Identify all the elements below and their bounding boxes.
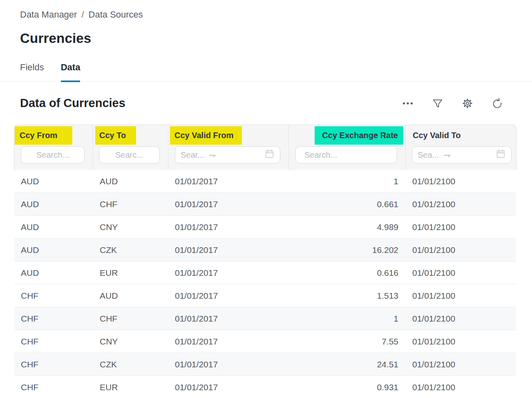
overflow-menu-button[interactable] xyxy=(402,98,414,109)
search-match-highlight: Ccy From xyxy=(15,126,72,145)
cell-ccy-from: AUD xyxy=(14,170,93,192)
cell-ccy-valid-to: 01/01/2100 xyxy=(406,284,516,307)
search-match-highlight: Ccy Valid From xyxy=(170,126,242,145)
search-input-ccy-from[interactable]: Search... xyxy=(21,146,85,163)
cell-ccy-to: AUD xyxy=(93,170,168,192)
table-row[interactable]: CHFCNY01/01/20177.5501/01/2100 xyxy=(14,330,516,353)
cell-ccy-valid-from: 01/01/2017 xyxy=(168,284,289,307)
column-header-ccy-to[interactable]: Ccy ToSearc... xyxy=(93,125,168,170)
search-input-ccy-to[interactable]: Searc... xyxy=(99,146,160,163)
search-match-highlight: Ccy To xyxy=(95,126,136,145)
cell-ccy-valid-from: 01/01/2017 xyxy=(168,239,289,261)
search-input-ccy-valid-from[interactable]: Sear...⇁ xyxy=(175,146,280,163)
cell-ccy-valid-from: 01/01/2017 xyxy=(168,170,289,192)
breadcrumb: Data Manager / Data Sources xyxy=(0,0,532,20)
cell-ccy-from: CHF xyxy=(14,330,93,353)
cell-ccy-from: CHF xyxy=(14,376,93,398)
table-row[interactable]: AUDCHF01/01/20170.66101/01/2100 xyxy=(14,193,516,216)
column-header-ccy-valid-from[interactable]: Ccy Valid FromSear...⇁ xyxy=(168,125,289,170)
cell-ccy-to: CNY xyxy=(93,216,168,238)
cell-ccy-valid-to: 01/01/2100 xyxy=(406,307,516,330)
cell-ccy-from: CHF xyxy=(14,307,93,330)
table-row[interactable]: CHFCHF01/01/2017101/01/2100 xyxy=(14,307,516,330)
cell-ccy-exchange-rate: 0.616 xyxy=(289,262,406,284)
search-placeholder: Sea... xyxy=(418,150,439,160)
cell-ccy-from: AUD xyxy=(14,239,93,261)
cell-ccy-to: AUD xyxy=(93,284,168,307)
cell-ccy-exchange-rate: 1 xyxy=(289,307,406,330)
cell-ccy-to: CZK xyxy=(93,353,168,376)
table-body: AUDAUD01/01/2017101/01/2100AUDCHF01/01/2… xyxy=(14,170,516,398)
range-arrow-icon: ⇁ xyxy=(443,151,451,159)
cell-ccy-exchange-rate: 0.661 xyxy=(289,193,406,215)
page-title: Currencies xyxy=(20,31,512,46)
cell-ccy-from: AUD xyxy=(14,216,93,238)
search-input-ccy-valid-to[interactable]: Sea...⇁ xyxy=(412,146,512,163)
cell-ccy-valid-from: 01/01/2017 xyxy=(168,262,289,284)
cell-ccy-valid-to: 01/01/2100 xyxy=(406,262,516,284)
filter-button[interactable] xyxy=(432,98,443,109)
search-input-ccy-exchange-rate[interactable]: Search... xyxy=(295,146,397,163)
column-header-ccy-from[interactable]: Ccy FromSearch... xyxy=(14,125,93,170)
table-row[interactable]: CHFAUD01/01/20171.51301/01/2100 xyxy=(14,284,516,307)
toolbar xyxy=(402,98,503,109)
refresh-button[interactable] xyxy=(492,98,503,109)
search-placeholder: Sear... xyxy=(181,150,204,160)
tabs-bar: Fields Data xyxy=(0,62,532,82)
cell-ccy-to: EUR xyxy=(93,376,168,398)
breadcrumb-separator: / xyxy=(81,9,84,20)
cell-ccy-to: CHF xyxy=(93,193,168,215)
range-arrow-icon: ⇁ xyxy=(209,151,216,159)
cell-ccy-to: CHF xyxy=(93,307,168,330)
table-row[interactable]: CHFEUR01/01/20170.93101/01/2100 xyxy=(14,376,516,398)
table-header-row: Ccy FromSearch...Ccy ToSearc...Ccy Valid… xyxy=(14,125,516,170)
data-grid: Ccy FromSearch...Ccy ToSearc...Ccy Valid… xyxy=(14,125,516,398)
cell-ccy-exchange-rate: 16.202 xyxy=(289,239,406,261)
section-title: Data of Currencies xyxy=(20,96,402,110)
cell-ccy-valid-to: 01/01/2100 xyxy=(406,330,516,353)
table-row[interactable]: AUDCZK01/01/201716.20201/01/2100 xyxy=(14,239,516,262)
cell-ccy-from: AUD xyxy=(14,193,93,215)
cell-ccy-exchange-rate: 1.513 xyxy=(289,284,406,307)
search-placeholder: Searc... xyxy=(115,150,143,160)
cell-ccy-valid-from: 01/01/2017 xyxy=(168,376,289,398)
calendar-icon[interactable] xyxy=(264,149,275,161)
filter-icon xyxy=(432,98,443,109)
table-row[interactable]: AUDCNY01/01/20174.98901/01/2100 xyxy=(14,216,516,239)
cell-ccy-valid-from: 01/01/2017 xyxy=(168,307,289,330)
calendar-icon[interactable] xyxy=(496,149,506,161)
cell-ccy-from: CHF xyxy=(14,353,93,376)
cell-ccy-to: CNY xyxy=(93,330,168,353)
table-row[interactable]: AUDEUR01/01/20170.61601/01/2100 xyxy=(14,262,516,284)
cell-ccy-valid-to: 01/01/2100 xyxy=(406,170,516,192)
breadcrumb-item-data-sources[interactable]: Data Sources xyxy=(89,9,143,20)
section-header: Data of Currencies xyxy=(20,96,503,110)
cell-ccy-valid-from: 01/01/2017 xyxy=(168,216,289,238)
cell-ccy-valid-from: 01/01/2017 xyxy=(168,353,289,376)
cell-ccy-valid-to: 01/01/2100 xyxy=(406,353,516,376)
tab-data[interactable]: Data xyxy=(61,62,80,81)
table-row[interactable]: CHFCZK01/01/201724.5101/01/2100 xyxy=(14,353,516,376)
search-placeholder: Search... xyxy=(36,150,69,160)
column-header-ccy-valid-to[interactable]: Ccy Valid ToSea...⇁ xyxy=(406,125,516,170)
cell-ccy-from: CHF xyxy=(14,284,93,307)
cell-ccy-exchange-rate: 0.931 xyxy=(289,376,406,398)
breadcrumb-item-data-manager[interactable]: Data Manager xyxy=(20,9,77,20)
cell-ccy-valid-to: 01/01/2100 xyxy=(406,216,516,238)
cell-ccy-to: CZK xyxy=(93,239,168,261)
search-match-highlight: Ccy Exchange Rate xyxy=(315,126,403,145)
table-row[interactable]: AUDAUD01/01/2017101/01/2100 xyxy=(14,170,516,193)
refresh-icon xyxy=(492,98,503,109)
cell-ccy-from: AUD xyxy=(14,262,93,284)
cell-ccy-exchange-rate: 4.989 xyxy=(289,216,406,238)
column-label: Ccy Valid To xyxy=(413,131,460,140)
cell-ccy-exchange-rate: 7.55 xyxy=(289,330,406,353)
cell-ccy-valid-to: 01/01/2100 xyxy=(406,239,516,261)
search-placeholder: Search... xyxy=(304,150,337,160)
column-header-ccy-exchange-rate[interactable]: Ccy Exchange RateSearch... xyxy=(289,125,406,170)
cell-ccy-valid-to: 01/01/2100 xyxy=(406,193,516,215)
cell-ccy-valid-from: 01/01/2017 xyxy=(168,330,289,353)
settings-button[interactable] xyxy=(462,98,473,109)
cell-ccy-valid-to: 01/01/2100 xyxy=(406,376,516,398)
tab-fields[interactable]: Fields xyxy=(20,62,44,81)
